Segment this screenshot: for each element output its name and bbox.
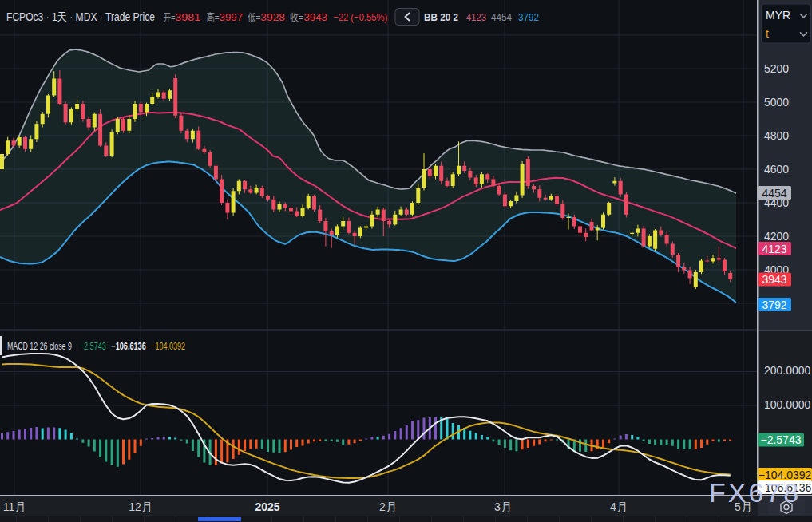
svg-text:低=: 低= — [248, 11, 261, 23]
svg-text:4600: 4600 — [764, 163, 789, 176]
svg-text:−2.5743: −2.5743 — [761, 433, 802, 446]
svg-text:−106.6136: −106.6136 — [111, 340, 146, 352]
svg-text:3792: 3792 — [762, 299, 786, 311]
svg-text:4454: 4454 — [762, 187, 786, 200]
svg-text:4123: 4123 — [466, 11, 486, 23]
svg-text:高=: 高= — [207, 11, 220, 23]
svg-text:−22 (−0.55%): −22 (−0.55%) — [333, 11, 387, 23]
svg-text:5000: 5000 — [764, 96, 789, 109]
svg-text:2025: 2025 — [255, 500, 279, 513]
svg-text:12月: 12月 — [129, 500, 152, 513]
svg-text:3943: 3943 — [303, 11, 327, 23]
svg-text:3943: 3943 — [762, 273, 786, 286]
svg-text:收=: 收= — [290, 11, 303, 23]
svg-text:MYR: MYR — [766, 9, 790, 22]
svg-text:100.0000: 100.0000 — [764, 398, 811, 411]
svg-text:−104.0392: −104.0392 — [151, 340, 185, 352]
svg-text:FCPOc3 · 1天 · MDX · Trade Pric: FCPOc3 · 1天 · MDX · Trade Price — [6, 10, 155, 23]
svg-text:3928: 3928 — [260, 11, 285, 23]
svg-text:5200: 5200 — [764, 62, 789, 75]
svg-text:−2.5743: −2.5743 — [80, 340, 106, 352]
svg-text:4800: 4800 — [764, 129, 789, 142]
svg-text:t: t — [766, 27, 769, 40]
svg-text:200.0000: 200.0000 — [764, 364, 811, 377]
svg-text:3997: 3997 — [220, 11, 244, 23]
svg-text:FX678: FX678 — [709, 477, 801, 508]
svg-text:3月: 3月 — [494, 500, 512, 513]
svg-text:4月: 4月 — [610, 500, 628, 513]
svg-text:BB 20 2: BB 20 2 — [424, 11, 458, 23]
svg-text:4454: 4454 — [491, 11, 512, 23]
svg-text:4200: 4200 — [764, 230, 789, 243]
svg-text:3981: 3981 — [175, 11, 200, 23]
svg-text:MACD 12 26 close 9: MACD 12 26 close 9 — [7, 340, 72, 352]
svg-text:3792: 3792 — [518, 11, 539, 23]
svg-text:2月: 2月 — [379, 500, 397, 513]
svg-text:11月: 11月 — [3, 500, 26, 513]
svg-text:开=: 开= — [164, 11, 176, 23]
svg-text:4123: 4123 — [762, 243, 786, 255]
